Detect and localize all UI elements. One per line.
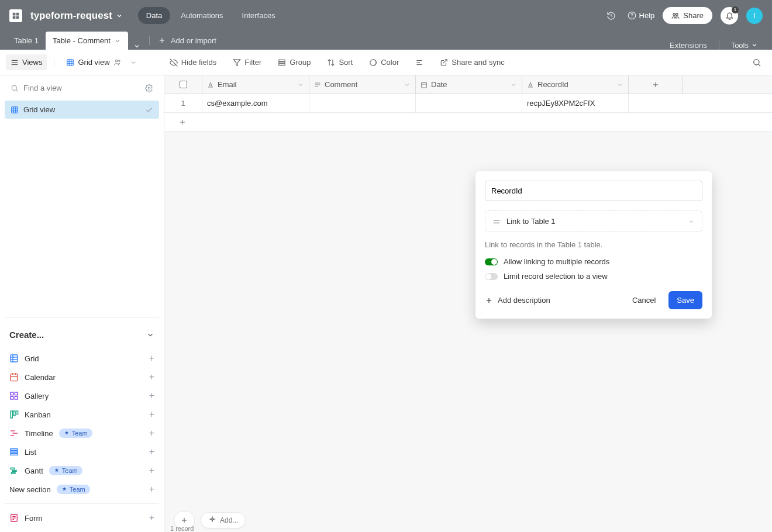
field-type-select[interactable]: Link to Table 1 [485, 210, 702, 232]
current-view-button[interactable]: Grid view [61, 54, 141, 70]
create-new-section[interactable]: New section Team + [5, 480, 159, 499]
svg-rect-19 [279, 61, 285, 63]
column-email-label: Email [218, 80, 237, 89]
column-email[interactable]: Email [202, 75, 309, 94]
plus-icon: + [149, 409, 154, 420]
settings-icon[interactable] [145, 84, 153, 92]
team-badge: Team [57, 485, 90, 494]
user-avatar[interactable]: I [746, 8, 763, 24]
notifications-button[interactable]: 1 [721, 7, 738, 25]
group-button[interactable]: Group [273, 54, 315, 70]
views-label: Views [22, 58, 42, 67]
column-date[interactable]: Date [416, 75, 522, 94]
tabs-dropdown[interactable] [128, 43, 146, 50]
svg-point-2 [673, 13, 676, 15]
svg-point-30 [148, 87, 150, 89]
chevron-down-icon[interactable] [616, 81, 623, 88]
save-button[interactable]: Save [668, 291, 702, 309]
nav-interfaces[interactable]: Interfaces [234, 7, 284, 24]
svg-rect-20 [279, 64, 285, 65]
plus-icon [652, 81, 660, 89]
add-description-button[interactable]: Add description [485, 296, 550, 305]
create-list[interactable]: List + [5, 443, 159, 461]
svg-rect-67 [422, 82, 427, 88]
nav-data[interactable]: Data [138, 7, 170, 24]
view-search-input[interactable] [23, 84, 140, 92]
svg-rect-9 [67, 59, 74, 65]
cell-recordid[interactable]: recpJEy8XPM2cFfX [522, 94, 629, 112]
create-new-section-label: New section [9, 485, 51, 494]
svg-rect-58 [12, 470, 16, 471]
add-column-button[interactable] [629, 75, 683, 94]
svg-rect-45 [15, 392, 18, 395]
allow-multi-toggle[interactable] [485, 258, 498, 265]
help-button[interactable]: Help [628, 11, 655, 20]
svg-rect-57 [11, 468, 15, 469]
table-row[interactable]: 1 cs@example.com recpJEy8XPM2cFfX [164, 94, 772, 113]
share-button[interactable]: Share [663, 7, 712, 24]
create-timeline-label: Timeline [25, 429, 53, 438]
tools-button[interactable]: Tools [731, 41, 758, 50]
share-label: Share [683, 11, 704, 20]
row-height-button[interactable] [411, 55, 428, 70]
base-name[interactable]: typeform-request [30, 10, 123, 22]
column-recordid[interactable]: RecordId [522, 75, 629, 94]
create-calendar[interactable]: Calendar + [5, 368, 159, 386]
plus-icon [180, 516, 188, 524]
tab-table-1[interactable]: Table 1 [7, 32, 46, 50]
cell-date[interactable] [416, 94, 522, 112]
extensions-button[interactable]: Extensions [670, 41, 707, 50]
column-comment-label: Comment [325, 80, 357, 89]
create-gantt-label: Gantt [25, 467, 43, 475]
share-sync-label: Share and sync [452, 58, 504, 67]
create-form[interactable]: Form + [5, 509, 159, 527]
plus-icon: + [149, 391, 154, 401]
cell-comment[interactable] [309, 94, 416, 112]
chevron-down-icon[interactable] [404, 81, 411, 88]
nav-automations[interactable]: Automations [173, 7, 231, 24]
create-timeline[interactable]: Timeline Team + [5, 424, 159, 443]
create-grid[interactable]: Grid + [5, 349, 159, 368]
plus-icon [485, 296, 493, 305]
cell-email[interactable]: cs@example.com [202, 94, 309, 112]
filter-button[interactable]: Filter [228, 54, 266, 70]
select-all-cell[interactable] [164, 75, 202, 94]
view-search[interactable] [5, 80, 159, 96]
chevron-down-icon [688, 218, 695, 225]
hide-fields-button[interactable]: Hide fields [165, 54, 222, 70]
history-icon[interactable] [603, 8, 619, 24]
cancel-button[interactable]: Cancel [624, 291, 664, 309]
column-comment[interactable]: Comment [309, 75, 416, 94]
sort-button[interactable]: Sort [322, 54, 357, 70]
chevron-down-icon [116, 12, 123, 19]
svg-marker-17 [234, 59, 241, 65]
share-sync-button[interactable]: Share and sync [435, 54, 509, 70]
views-button[interactable]: Views [6, 54, 47, 70]
view-toolbar: Views Grid view Hide fields Filter Group… [0, 50, 772, 75]
select-all-checkbox[interactable] [180, 81, 187, 88]
limit-view-toggle[interactable] [485, 273, 498, 280]
tab-table-comment[interactable]: Table - Comment [46, 32, 128, 50]
color-button[interactable]: Color [364, 54, 404, 70]
create-kanban[interactable]: Kanban + [5, 405, 159, 424]
chevron-down-icon[interactable] [510, 81, 517, 88]
create-gantt[interactable]: Gantt Team + [5, 461, 159, 480]
create-form-label: Form [25, 514, 42, 523]
create-gallery[interactable]: Gallery + [5, 386, 159, 405]
field-name-input[interactable] [485, 181, 702, 201]
row-number: 1 [164, 94, 202, 112]
create-header[interactable]: Create... [5, 324, 159, 346]
svg-rect-50 [16, 411, 18, 414]
search-icon [752, 58, 761, 67]
sidebar-view-item[interactable]: Grid view [5, 101, 159, 119]
field-type-label: Link to Table 1 [506, 217, 556, 226]
plus-icon [178, 118, 187, 126]
create-list-label: List [25, 448, 36, 457]
search-button[interactable] [747, 54, 766, 71]
add-or-import-button[interactable]: Add or import [153, 36, 221, 45]
svg-point-15 [118, 60, 119, 61]
footer-add-dropdown[interactable]: Add... [201, 512, 246, 528]
add-row-button[interactable] [164, 113, 772, 132]
chevron-down-icon[interactable] [297, 81, 304, 88]
app-logo[interactable] [9, 9, 22, 22]
